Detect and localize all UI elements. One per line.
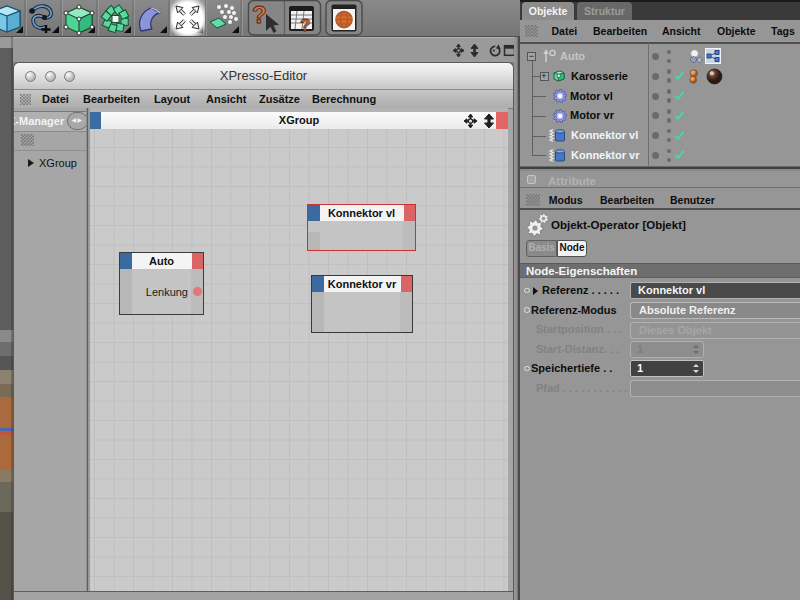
svg-text:?: ? [300, 16, 310, 35]
svg-text:?: ? [252, 1, 267, 28]
